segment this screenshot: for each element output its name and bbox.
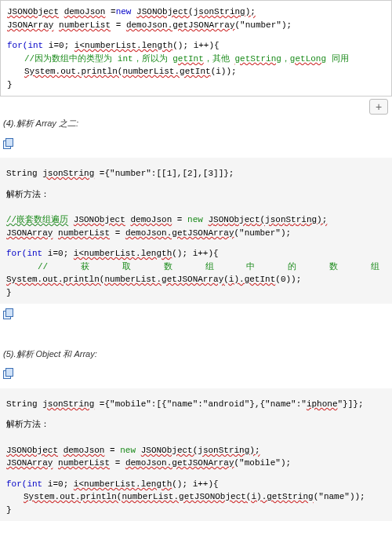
code-line: //嵌套数组遍历 JSONObject demoJson = new JSONO… — [6, 213, 386, 227]
code-line: String jsonString ={"mobile":[{"name":"a… — [6, 398, 386, 411]
code-block-1: JSONObject demoJson =new JSONObject(json… — [0, 0, 392, 97]
code-line: JSONObject demoJson = new JSONObject(jso… — [6, 444, 386, 457]
section-title-5: (5).解析 Object 和 Array: — [3, 348, 392, 361]
code-line: String jsonString ={"number":[[1],[2],[3… — [6, 167, 386, 180]
expand-button[interactable]: + — [369, 99, 388, 115]
code-line: for(int i=0; i<numberList.length(); i++)… — [6, 247, 386, 260]
code-line: JSONArray numberList = demoJson.getJSONA… — [6, 457, 386, 470]
code-line: System.out.println(numberList.getJSONArr… — [6, 273, 386, 286]
code-comment-spaced: //获取数组中的数组 — [6, 260, 386, 274]
code-line: for(int i=0; i<numberList.length(); i++)… — [7, 39, 385, 53]
code-line: for(int i=0; i<numberList.length(); i++)… — [6, 478, 386, 491]
code-line: } — [6, 504, 386, 517]
copy-icon[interactable] — [3, 138, 14, 149]
code-line: System.out.println(numberList.getInt(i))… — [7, 65, 385, 78]
code-line: } — [7, 78, 385, 92]
code-block-2: String jsonString ={"number":[[1],[2],[3… — [0, 158, 392, 304]
code-line: JSONArray numberList = demoJson.getJSONA… — [6, 227, 386, 240]
code-line: 解析方法： — [6, 188, 386, 202]
code-line: } — [6, 286, 386, 300]
code-line: System.out.println(numberList.getJSONObj… — [6, 490, 386, 504]
code-block-3: String jsonString ={"mobile":[{"name":"a… — [0, 388, 392, 522]
code-line: JSONArray numberList = demoJson.getJSONA… — [7, 19, 385, 32]
copy-icon[interactable] — [3, 308, 14, 319]
section-title-4: (4).解析 Array 之二: — [3, 117, 392, 130]
copy-icon[interactable] — [3, 368, 14, 379]
code-line: 解析方法： — [6, 418, 386, 432]
code-line: JSONObject demoJson =new JSONObject(json… — [7, 5, 385, 19]
code-comment: //因为数组中的类型为 int，所以为 getInt，其他 getString，… — [7, 53, 385, 66]
